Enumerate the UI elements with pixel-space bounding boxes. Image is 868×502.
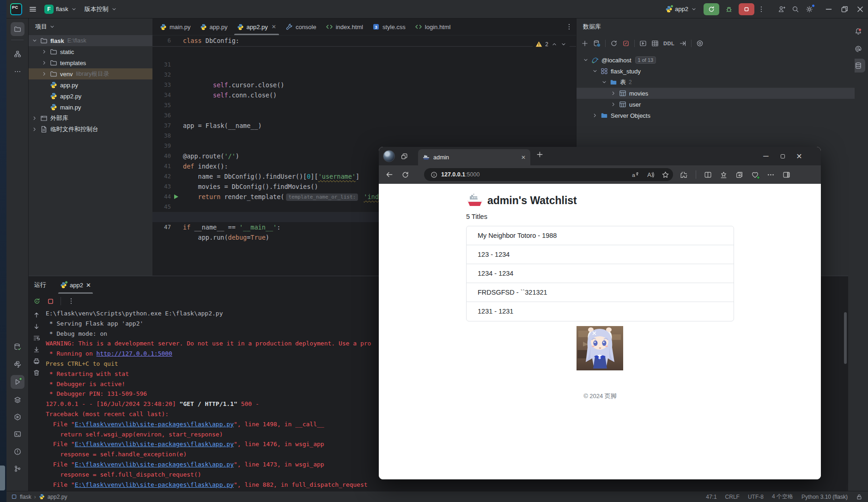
tab-close-icon[interactable]: ✕ — [521, 154, 526, 161]
project-tree-item-main.py[interactable]: main.py — [29, 102, 152, 113]
python-packages-button[interactable] — [11, 357, 24, 371]
code-line-34[interactable]: 34 — [152, 80, 576, 90]
code-line-33[interactable]: 33 — [152, 70, 576, 80]
editor-tab-app2.py[interactable]: app2.py ✕ — [232, 18, 281, 35]
problems-tool-button[interactable] — [11, 445, 24, 459]
scope-button[interactable] — [696, 40, 704, 47]
down-icon[interactable] — [33, 323, 40, 330]
db-tree-item-movies[interactable]: movies — [577, 88, 855, 99]
breadcrumb-file[interactable]: app2.py — [48, 494, 67, 500]
python-console-tool-button[interactable] — [11, 410, 24, 424]
browser-close-button[interactable]: ✕ — [791, 147, 807, 165]
browser-maximize-button[interactable] — [774, 147, 791, 165]
db-tree-item-表[interactable]: 表 2 — [577, 77, 855, 88]
db-tree-item-flask_study[interactable]: flask_study — [577, 66, 855, 77]
settings-button[interactable] — [802, 3, 816, 16]
status-encoding[interactable]: UTF-8 — [748, 494, 764, 500]
chevron-down-icon[interactable] — [601, 79, 608, 86]
editor-tab-index.html[interactable]: index.html — [321, 18, 368, 35]
code-line-32[interactable]: 32 self.conn.close() — [152, 60, 576, 70]
address-bar[interactable]: 127.0.0.1:5000 a A — [424, 168, 673, 181]
more-options-icon[interactable] — [67, 297, 75, 305]
scrollend-icon[interactable] — [33, 346, 40, 353]
project-tree-item-app2.py[interactable]: app2.py — [29, 91, 152, 102]
code-line-31[interactable]: 31 self.cursor.close() — [152, 49, 576, 60]
chevron-right-icon[interactable] — [31, 126, 38, 133]
printer-icon[interactable] — [33, 357, 40, 365]
watchlist-item[interactable]: FRDSGFSD - ``321321 — [467, 283, 734, 302]
wrap-icon[interactable] — [33, 334, 40, 342]
editor-tab-login.html[interactable]: login.html — [410, 18, 455, 35]
console-run-button[interactable] — [639, 40, 647, 47]
chevron-down-icon[interactable] — [31, 37, 38, 44]
project-tree-item-外部库[interactable]: 外部库 — [29, 113, 152, 124]
browser-tab-admin[interactable]: admin ✕ — [418, 149, 530, 165]
refresh-button[interactable] — [610, 40, 618, 47]
search-everywhere-button[interactable] — [789, 3, 802, 16]
close-icon[interactable]: ✕ — [86, 282, 91, 289]
chevron-right-icon[interactable] — [610, 101, 617, 108]
project-tree-item-templates[interactable]: templates — [29, 57, 152, 68]
refresh-button[interactable] — [397, 167, 413, 182]
site-info-icon[interactable] — [431, 171, 437, 178]
inspections-widget[interactable]: 2 — [533, 40, 570, 48]
translate-icon[interactable]: a — [631, 171, 639, 179]
status-caret-position[interactable]: 47:1 — [706, 494, 716, 500]
project-tree-item-flask[interactable]: flask E:\flask — [29, 35, 152, 46]
project-tool-button[interactable] — [11, 22, 24, 36]
project-tree-item-临时文件和控制台[interactable]: 临时文件和控制台 — [29, 124, 152, 135]
chevron-right-icon[interactable] — [41, 59, 48, 67]
structure-tool-button[interactable] — [11, 47, 24, 61]
ddl-button[interactable]: DDL — [663, 41, 674, 46]
code-line-39[interactable]: 39 def index(): — [152, 131, 576, 141]
window-minimize-button[interactable] — [821, 0, 837, 18]
version-control-tool-button[interactable] — [11, 462, 24, 476]
project-selector[interactable]: F flask — [41, 3, 81, 16]
settings-menu-icon[interactable] — [767, 171, 775, 179]
watchlist-item[interactable]: My Neighbor Totoro - 1988 — [467, 226, 734, 245]
back-button[interactable] — [382, 167, 397, 182]
editor-tab-main.py[interactable]: main.py — [155, 18, 195, 35]
code-line-38[interactable]: 38 @app.route('/') — [152, 121, 576, 131]
grid-button[interactable] — [651, 40, 659, 47]
split-screen-icon[interactable] — [704, 171, 712, 179]
code-line-36[interactable]: 36 — [152, 100, 576, 110]
nav-button[interactable] — [679, 40, 686, 47]
services-tool-button[interactable] — [11, 393, 24, 407]
hidden-tabs-button[interactable] — [562, 18, 576, 35]
console-scrollbar[interactable] — [844, 312, 847, 364]
editor-tab-console[interactable]: console — [281, 18, 321, 35]
chevron-right-icon[interactable] — [41, 48, 48, 55]
browser-essentials-icon[interactable] — [751, 171, 759, 179]
db-tree-item-@localhost[interactable]: @localhost 1 of 13 — [577, 54, 855, 66]
new-tab-button[interactable] — [536, 151, 544, 158]
rerun-icon[interactable] — [33, 297, 41, 305]
watchlist-item[interactable]: 1234 - 1234 — [467, 264, 734, 283]
code-line-35[interactable]: 35 app = Flask(__name__) — [152, 90, 576, 100]
favorite-star-icon[interactable] — [662, 171, 669, 179]
up-icon[interactable] — [33, 311, 40, 319]
trash-icon[interactable] — [33, 369, 40, 376]
db-tree-item-user[interactable]: user — [577, 99, 855, 110]
run-tool-button[interactable] — [11, 375, 24, 389]
chevron-up-icon[interactable] — [551, 41, 558, 48]
tab-close-icon[interactable]: ✕ — [272, 24, 276, 30]
chevron-down-icon[interactable] — [591, 67, 599, 75]
terminal-tool-button[interactable] — [11, 427, 24, 441]
project-tree-item-venv[interactable]: venv library根目录 — [29, 68, 152, 79]
editor-tab-style.css[interactable]: 3 style.css — [368, 18, 410, 35]
browser-profile-avatar[interactable] — [383, 150, 395, 162]
stop-icon[interactable] — [47, 298, 54, 305]
run-line-icon[interactable] — [174, 194, 179, 200]
more-tool-windows-button[interactable] — [11, 65, 24, 79]
stop-button[interactable] — [739, 3, 754, 15]
code-line-37[interactable]: 37 — [152, 110, 576, 121]
debug-button[interactable] — [722, 3, 736, 16]
add-button[interactable] — [581, 40, 589, 47]
collections-icon[interactable] — [735, 171, 743, 179]
database-connections-button[interactable] — [11, 340, 24, 354]
project-tree-item-static[interactable]: static — [29, 46, 152, 57]
sidebar-toggle-icon[interactable] — [783, 171, 790, 179]
rerun-button[interactable] — [704, 3, 719, 15]
chevron-right-icon[interactable] — [591, 112, 599, 119]
